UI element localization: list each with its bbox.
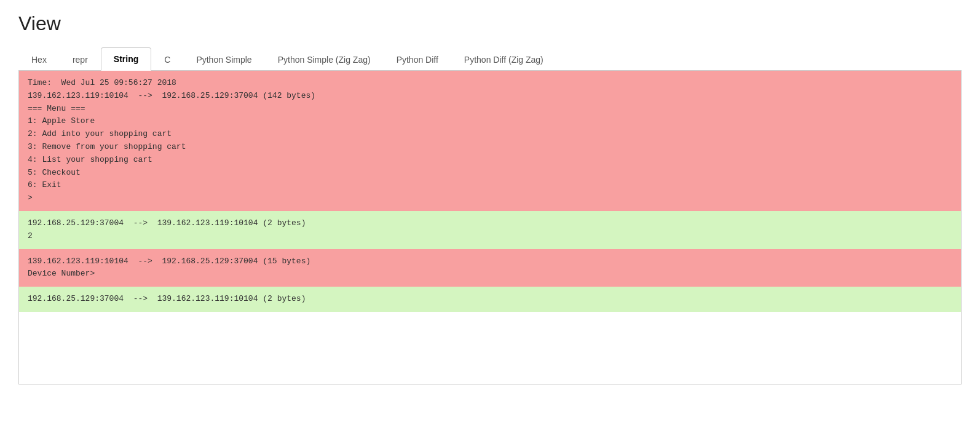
tab-string[interactable]: String xyxy=(101,47,151,71)
tab-python-diff-zig-zag[interactable]: Python Diff (Zig Zag) xyxy=(451,48,556,71)
content-area: Time: Wed Jul 25 09:56:27 2018 139.162.1… xyxy=(18,71,962,384)
tab-python-simple[interactable]: Python Simple xyxy=(183,48,264,71)
tab-hex[interactable]: Hex xyxy=(18,48,60,71)
packet-block-3: 139.162.123.119:10104 --> 192.168.25.129… xyxy=(19,249,961,287)
tab-python-simple-zig-zag[interactable]: Python Simple (Zig Zag) xyxy=(265,48,384,71)
tab-c[interactable]: C xyxy=(151,48,183,71)
tab-repr[interactable]: repr xyxy=(60,48,101,71)
content-scroll: Time: Wed Jul 25 09:56:27 2018 139.162.1… xyxy=(19,71,961,384)
packet-block-4: 192.168.25.129:37004 --> 139.162.123.119… xyxy=(19,287,961,312)
tab-python-diff[interactable]: Python Diff xyxy=(384,48,451,71)
tabs-container: HexreprStringCPython SimplePython Simple… xyxy=(18,47,962,71)
packet-block-2: 192.168.25.129:37004 --> 139.162.123.119… xyxy=(19,211,961,249)
packet-block-1: Time: Wed Jul 25 09:56:27 2018 139.162.1… xyxy=(19,71,961,211)
page-title: View xyxy=(18,12,962,35)
